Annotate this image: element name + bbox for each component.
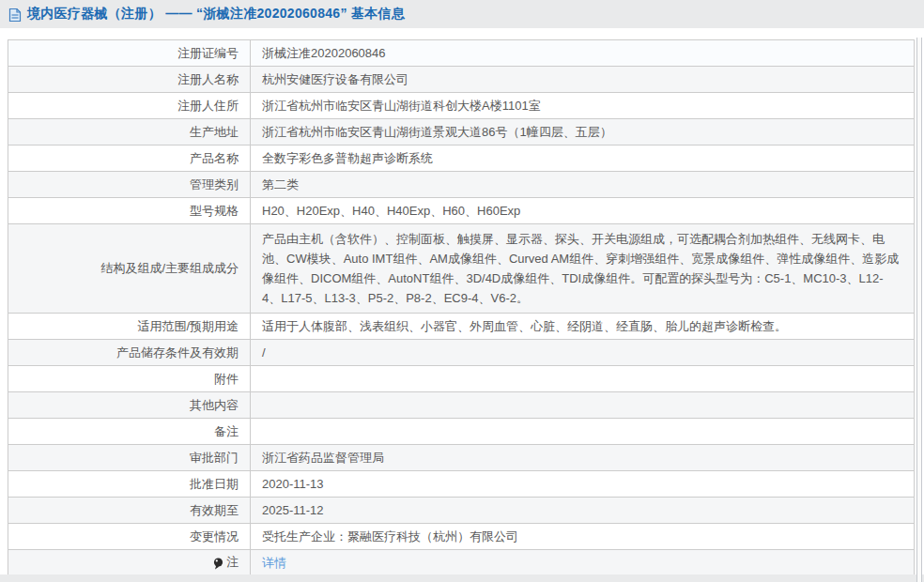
row-label: 注册证编号 [8,40,251,67]
row-label: 生产地址 [8,119,251,146]
row-label: 产品名称 [8,146,251,172]
row-value: 浙械注准20202060846 [251,40,915,67]
note-label: 注 [226,554,239,571]
row-label: 注册人名称 [8,67,251,93]
row-label: 批准日期 [8,471,251,498]
row-value: 产品由主机（含软件）、控制面板、触摸屏、显示器、探头、开关电源组成，可选配耦合剂… [251,224,915,314]
row-label: 备注 [8,419,251,445]
table-row-approval-date: 批准日期 2020-11-13 [8,471,915,498]
row-value: 详情 [251,550,915,576]
row-value: H20、H20Exp、H40、H40Exp、H60、H60Exp [251,198,915,224]
table-row-note: 注 详情 [8,550,915,576]
row-label: 结构及组成/主要组成成分 [8,224,251,314]
row-label: 变更情况 [8,524,251,550]
row-value: / [251,340,915,366]
row-label: 型号规格 [8,198,251,224]
row-value: 2020-11-13 [251,471,915,498]
table-row-structure-composition: 结构及组成/主要组成成分 产品由主机（含软件）、控制面板、触摸屏、显示器、探头、… [8,224,915,314]
details-link[interactable]: 详情 [262,556,286,570]
row-label: 审批部门 [8,445,251,471]
row-value: 第二类 [251,172,915,198]
row-value: 杭州安健医疗设备有限公司 [251,67,915,93]
table-row-registrant-address: 注册人住所 浙江省杭州市临安区青山湖街道科创大楼A楼1101室 [8,93,915,119]
row-label: 适用范围/预期用途 [8,314,251,340]
row-label: 附件 [8,366,251,392]
table-row-model-spec: 型号规格 H20、H20Exp、H40、H40Exp、H60、H60Exp [8,198,915,224]
row-label: 注册人住所 [8,93,251,119]
row-value: 全数字彩色多普勒超声诊断系统 [251,146,915,172]
row-label: 管理类别 [8,172,251,198]
page-title: 境内医疗器械（注册） —— “浙械注准20202060846” 基本信息 [27,6,405,23]
row-label: 注 [8,550,251,576]
bottom-strip [0,574,924,582]
row-label: 产品储存条件及有效期 [8,340,251,366]
row-value [251,392,915,419]
registration-info-panel: 注册证编号 浙械注准20202060846 注册人名称 杭州安健医疗设备有限公司… [8,39,915,576]
table-row-other-content: 其他内容 [8,392,915,419]
note-balloon-icon [213,558,223,570]
row-label: 其他内容 [8,392,251,419]
row-value: 浙江省药品监督管理局 [251,445,915,471]
table-row-valid-until: 有效期至 2025-11-12 [8,498,915,524]
table-row-cert-number: 注册证编号 浙械注准20202060846 [8,40,915,67]
row-value: 受托生产企业：聚融医疗科技（杭州）有限公司 [251,524,915,550]
table-row-change-status: 变更情况 受托生产企业：聚融医疗科技（杭州）有限公司 [8,524,915,550]
table-row-management-class: 管理类别 第二类 [8,172,915,198]
table-row-registrant-name: 注册人名称 杭州安健医疗设备有限公司 [8,67,915,93]
table-row-intended-use: 适用范围/预期用途 适用于人体腹部、浅表组织、小器官、外周血管、心脏、经阴道、经… [8,314,915,340]
table-row-remarks: 备注 [8,419,915,445]
row-value: 适用于人体腹部、浅表组织、小器官、外周血管、心脏、经阴道、经直肠、胎儿的超声诊断… [251,314,915,340]
row-value: 浙江省杭州市临安区青山湖街道景观大道86号（1幢四层、五层） [251,119,915,146]
scrollbar-track[interactable] [916,38,922,582]
table-row-product-name: 产品名称 全数字彩色多普勒超声诊断系统 [8,146,915,172]
table-row-storage-validity: 产品储存条件及有效期 / [8,340,915,366]
row-value [251,366,915,392]
info-table: 注册证编号 浙械注准20202060846 注册人名称 杭州安健医疗设备有限公司… [8,39,915,576]
table-row-production-address: 生产地址 浙江省杭州市临安区青山湖街道景观大道86号（1幢四层、五层） [8,119,915,146]
row-value: 2025-11-12 [251,498,915,524]
row-label: 有效期至 [8,498,251,524]
row-value [251,419,915,445]
document-icon [8,8,22,23]
table-row-attachment: 附件 [8,366,915,392]
row-value: 浙江省杭州市临安区青山湖街道科创大楼A楼1101室 [251,93,915,119]
table-row-approval-department: 审批部门 浙江省药品监督管理局 [8,445,915,471]
page-header: 境内医疗器械（注册） —— “浙械注准20202060846” 基本信息 [0,0,924,28]
